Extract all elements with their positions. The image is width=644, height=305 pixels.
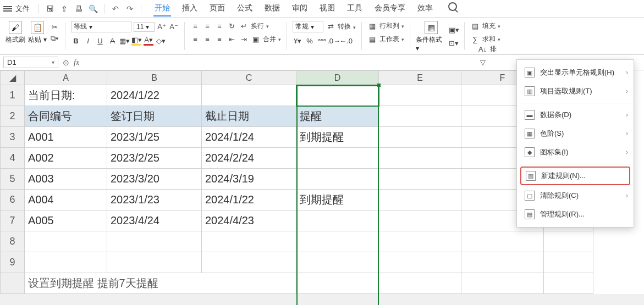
menu-clear-rules[interactable]: ▢ 清除规则(C) › [517, 186, 634, 205]
align-left-icon[interactable]: ≡ [190, 34, 200, 44]
row-header[interactable]: 9 [1, 252, 25, 273]
cell[interactable] [296, 231, 379, 252]
cell[interactable] [544, 273, 593, 294]
tab-formula[interactable]: 公式 [236, 1, 254, 16]
underline-icon[interactable]: U [95, 36, 105, 46]
cell[interactable] [296, 148, 379, 169]
grid[interactable]: ◢ A B C D E F 1 当前日期: 2024/1/22 2 合同编号 签… [0, 70, 593, 294]
cell[interactable]: 2023/1/25 [107, 127, 202, 148]
tab-tools[interactable]: 工具 [346, 1, 364, 16]
cell[interactable] [544, 252, 593, 273]
paste-button[interactable]: 📋 粘贴 ▾ [27, 21, 47, 45]
cell[interactable]: A005 [25, 210, 107, 231]
cell[interactable] [461, 252, 544, 273]
print-icon[interactable]: 🖶 [73, 3, 84, 14]
sort-button[interactable]: A↓排 [478, 44, 497, 54]
align-right-icon[interactable]: ≡ [214, 34, 224, 44]
cell[interactable] [296, 252, 379, 273]
cell[interactable] [379, 210, 461, 231]
cell[interactable]: 设置到期提醒 提前7天提醒 [25, 273, 296, 294]
cell[interactable] [25, 252, 107, 273]
cell[interactable] [107, 231, 202, 252]
redo-icon[interactable]: ↷ [124, 3, 135, 14]
align-center-icon[interactable]: ≡ [202, 34, 212, 44]
cell[interactable]: A002 [25, 148, 107, 169]
row-header[interactable]: 4 [1, 148, 25, 169]
cell[interactable] [379, 85, 461, 106]
tab-view[interactable]: 视图 [318, 1, 336, 16]
cell[interactable] [379, 127, 461, 148]
menu-data-bars[interactable]: ▬ 数据条(D) › [517, 106, 634, 124]
cell[interactable] [202, 85, 296, 106]
cell[interactable] [296, 210, 379, 231]
row-header[interactable] [1, 273, 25, 294]
tab-start[interactable]: 开始 [153, 1, 171, 16]
menu-manage-rules[interactable]: ▤ 管理规则(R)... [517, 205, 634, 224]
cell[interactable]: 2023/4/24 [107, 210, 202, 231]
font-color-icon[interactable]: A▾ [144, 36, 153, 46]
file-menu[interactable]: 文件 [15, 4, 30, 14]
sum-button[interactable]: ∑求和 [470, 34, 500, 44]
col-header-E[interactable]: E [379, 71, 461, 85]
tab-insert[interactable]: 插入 [181, 1, 199, 16]
cell[interactable]: 2024/3/19 [202, 169, 296, 190]
cell[interactable] [461, 231, 544, 252]
col-header-C[interactable]: C [202, 71, 296, 85]
fx-icon[interactable]: fx [74, 58, 79, 67]
tab-page[interactable]: 页面 [208, 1, 226, 16]
row-header[interactable]: 5 [1, 169, 25, 190]
cell[interactable]: A004 [25, 190, 107, 210]
cell[interactable]: 签订日期 [107, 106, 202, 127]
row-header[interactable]: 2 [1, 106, 25, 127]
menu-icon-sets[interactable]: ◆ 图标集(I) › [517, 143, 634, 162]
convert-button[interactable]: ⇄转换 [326, 22, 356, 32]
rows-cols-button[interactable]: ▦行和列 [367, 21, 404, 31]
orientation-icon[interactable]: ↻ [227, 21, 236, 31]
cell[interactable]: 2023/2/25 [107, 148, 202, 169]
align-middle-icon[interactable]: ≡ [202, 21, 212, 31]
font-size-select[interactable]: 11▾ [134, 22, 155, 32]
cell[interactable]: 到期提醒 [296, 190, 379, 210]
select-all-corner[interactable]: ◢ [1, 71, 25, 85]
cell[interactable]: 提醒 [296, 106, 379, 127]
col-header-A[interactable]: A [25, 71, 107, 85]
cell[interactable] [379, 169, 461, 190]
cell[interactable]: 合同编号 [25, 106, 107, 127]
fill-handle[interactable] [377, 84, 381, 87]
cell[interactable] [25, 231, 107, 252]
cell[interactable]: 到期提醒 [296, 127, 379, 148]
cut-icon[interactable]: ✂ [49, 23, 59, 32]
filter-button[interactable]: ▽ [478, 57, 497, 67]
cell[interactable]: A003 [25, 169, 107, 190]
cell[interactable]: 2024/1/24 [202, 127, 296, 148]
col-header-D[interactable]: D [296, 71, 379, 85]
italic-icon[interactable]: I [83, 36, 93, 46]
dec-inc-icon[interactable]: .0→ [329, 36, 339, 46]
cell[interactable]: 截止日期 [202, 106, 296, 127]
dec-dec-icon[interactable]: ←.0 [341, 36, 351, 46]
indent-dec-icon[interactable]: ⇤ [227, 34, 236, 44]
bold-icon[interactable]: B [71, 36, 81, 46]
search-icon[interactable] [448, 2, 457, 11]
cell[interactable] [202, 231, 296, 252]
format-painter-button[interactable]: 🖌 格式刷 [5, 21, 25, 45]
font-name-select[interactable]: 等线▾ [71, 21, 131, 32]
fill-button[interactable]: ▤填充 [470, 21, 500, 31]
cell[interactable] [379, 106, 461, 127]
row-header[interactable]: 7 [1, 210, 25, 231]
cell[interactable] [544, 231, 593, 252]
menu-top-bottom-rules[interactable]: ▥ 项目选取规则(T) › [517, 82, 634, 101]
col-header-B[interactable]: B [107, 71, 202, 85]
cell[interactable] [379, 252, 461, 273]
hamburger-icon[interactable] [3, 6, 12, 12]
cancel-icon[interactable]: ⊙ [63, 58, 69, 67]
copy-icon[interactable]: ⧉▾ [49, 34, 59, 43]
tab-efficiency[interactable]: 效率 [416, 1, 434, 16]
percent-icon[interactable]: % [305, 36, 315, 46]
cell-active[interactable] [296, 85, 379, 106]
cell[interactable] [202, 252, 296, 273]
row-header[interactable]: 1 [1, 85, 25, 106]
cell[interactable]: 2024/1/22 [202, 190, 296, 210]
cell[interactable]: 2023/1/23 [107, 190, 202, 210]
decrease-font-icon[interactable]: A⁻ [169, 22, 179, 32]
